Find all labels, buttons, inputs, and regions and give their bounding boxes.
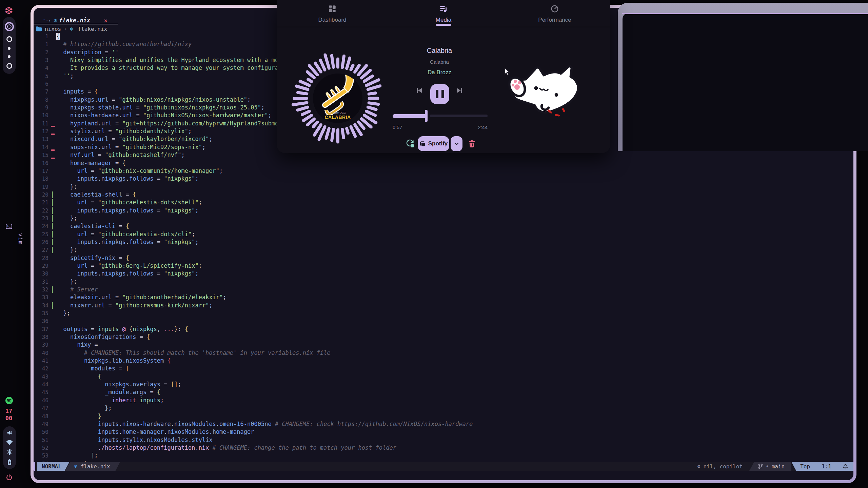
progress-handle[interactable] — [425, 110, 428, 122]
code-line[interactable]: 22 inputs.nixpkgs.follows = "nixpkgs"; — [34, 207, 853, 215]
remove-player-button[interactable] — [468, 140, 476, 149]
panel-tab-dashboard[interactable]: Dashboard — [277, 0, 388, 27]
scroll-position: Top — [800, 463, 810, 470]
line-number: 48 — [34, 412, 48, 420]
volume-icon[interactable] — [6, 430, 13, 436]
code-line[interactable]: 16 home-manager = { — [34, 159, 853, 167]
gutter-sign — [48, 40, 56, 48]
workspace-3[interactable] — [8, 47, 11, 50]
code-line[interactable]: 48 } — [34, 412, 853, 420]
progress-bar-filled[interactable] — [393, 114, 427, 118]
next-track-button[interactable] — [455, 86, 464, 96]
nix-logo-icon[interactable]: ❆ — [0, 5, 18, 17]
code-line[interactable]: 46 inherit inputs; — [34, 396, 853, 404]
power-icon[interactable] — [5, 474, 13, 481]
code-line[interactable]: 29 url = "github:Gerg-L/spicetify-nix"; — [34, 262, 853, 270]
code-line[interactable]: 30 inputs.nixpkgs.follows = "nixpkgs"; — [34, 270, 853, 278]
terminal-icon: >_ — [6, 224, 12, 229]
line-content: inputs.nixos-hardware.nixosModules.omen-… — [56, 420, 473, 428]
code-line[interactable]: 18 inputs.nixpkgs.follows = "nixpkgs"; — [34, 175, 853, 183]
bluetooth-icon[interactable] — [7, 449, 12, 455]
line-number: 16 — [34, 159, 48, 167]
code-line[interactable]: 34 nixarr.url = "github:rasmus-kirk/nixa… — [34, 302, 853, 309]
panel-tab-media[interactable]: Media — [388, 0, 499, 27]
spotify-source-button[interactable]: Spotify — [418, 136, 449, 151]
code-line[interactable]: 37 outputs = inputs @ {nixpkgs, ...}: { — [34, 325, 853, 333]
code-line[interactable]: 41 nixpkgs.lib.nixosSystem { — [34, 357, 853, 365]
gutter-sign — [48, 420, 56, 428]
player-select-icon[interactable] — [406, 139, 415, 149]
line-content: spicetify-nix = { — [56, 254, 129, 262]
code-line[interactable]: 51 inputs.stylix.nixosModules.stylix — [34, 436, 853, 444]
branch-status-dot: • — [766, 463, 769, 470]
statusline-file-segment: ❄ flake.nix — [65, 462, 120, 471]
code-line[interactable]: 44 nixpkgs.overlays = []; — [34, 381, 853, 388]
code-line[interactable]: 19 }; — [34, 183, 853, 191]
code-line[interactable]: 26 inputs.nixpkgs.follows = "nixpkgs"; — [34, 238, 853, 246]
gutter-sign — [48, 80, 56, 88]
wifi-icon[interactable] — [6, 440, 13, 445]
pause-button[interactable] — [430, 84, 449, 104]
gutter-sign — [48, 341, 56, 349]
track-info: Calabria Calabria Da Brozz — [389, 47, 490, 76]
workspace-indicator[interactable] — [3, 17, 16, 74]
tab-close-icon[interactable]: × — [104, 17, 107, 24]
line-content: inputs.nixpkgs.follows = "nixpkgs"; — [56, 270, 199, 278]
gutter-sign — [48, 302, 56, 309]
code-line[interactable]: 32 # Server — [34, 286, 853, 293]
line-number: 2 — [34, 48, 48, 56]
code-line[interactable]: 35 }; — [34, 309, 853, 317]
spotify-icon[interactable] — [5, 397, 13, 404]
workspace-2[interactable] — [6, 36, 12, 42]
code-line[interactable]: 31 }; — [34, 278, 853, 286]
active-tab-underline — [436, 24, 451, 26]
breadcrumb-file[interactable]: flake.nix — [78, 26, 107, 32]
breadcrumb-folder[interactable]: nixos — [45, 26, 61, 32]
album-art[interactable]: DA BROZZ CALABRIA — [313, 74, 362, 123]
previous-track-button[interactable] — [415, 86, 424, 96]
mouse-cursor — [504, 68, 511, 76]
code-line[interactable]: 42 modules = [ — [34, 365, 853, 372]
gutter-sign — [48, 309, 56, 317]
git-branch-segment[interactable]: • main — [749, 462, 791, 471]
code-line[interactable]: 23 }; — [34, 215, 853, 222]
line-content: inherit inputs; — [56, 396, 164, 404]
code-line[interactable]: 20 caelestia-shell = { — [34, 191, 853, 199]
code-line[interactable]: 52 ./hosts/laptop/configuration.nix # CH… — [34, 444, 853, 452]
code-line[interactable]: 45 _module.args = { — [34, 388, 853, 396]
code-line[interactable]: 38 nixosConfigurations = { — [34, 333, 853, 341]
gutter-sign — [48, 349, 56, 357]
code-line[interactable]: 21 url = "github:caelestia-dots/shell"; — [34, 199, 853, 206]
workspace-4[interactable] — [8, 55, 11, 58]
battery-icon[interactable] — [7, 459, 12, 466]
code-line[interactable]: 17 url = "github:nix-community/home-mana… — [34, 167, 853, 175]
progress-bar-track[interactable] — [430, 115, 488, 117]
player-dropdown-button[interactable] — [451, 136, 462, 151]
tab-title[interactable]: flake.nix — [59, 17, 90, 24]
tab-active-underline — [34, 24, 118, 24]
gutter-sign — [48, 48, 56, 56]
gutter-sign — [48, 333, 56, 341]
code-line[interactable]: 53 ]; — [34, 452, 853, 460]
line-content: ]; — [56, 452, 98, 460]
code-line[interactable]: 50 inputs.home-manager.nixosModules.home… — [34, 428, 853, 436]
code-line[interactable]: 27 }; — [34, 246, 853, 254]
workspace-1-active[interactable] — [5, 22, 14, 31]
visualizer-bar — [340, 54, 346, 69]
code-line[interactable]: 36 — [34, 317, 853, 325]
panel-tab-performance[interactable]: Performance — [499, 0, 610, 27]
line-number: 23 — [34, 215, 48, 222]
code-line[interactable]: 24 caelestia-cli = { — [34, 222, 853, 230]
code-line[interactable]: 25 url = "github:caelestia-dots/cli"; — [34, 230, 853, 238]
code-line[interactable]: 33 eleakxir.url = "github:anotherhadi/el… — [34, 293, 853, 301]
line-content: inputs.stylix.nixosModules.stylix — [56, 436, 213, 444]
workspace-5[interactable] — [6, 63, 12, 69]
code-line[interactable]: 49 inputs.nixos-hardware.nixosModules.om… — [34, 420, 853, 428]
line-number: 10 — [34, 111, 48, 119]
line-content: nvf.url = "github:notashelf/nvf"; — [56, 151, 185, 159]
code-line[interactable]: 39 nixy = — [34, 341, 853, 349]
code-line[interactable]: 47 }; — [34, 404, 853, 412]
code-line[interactable]: 43 { — [34, 373, 853, 381]
code-line[interactable]: 40 # CHANGEME: This should match the 'ho… — [34, 349, 853, 357]
code-line[interactable]: 28 spicetify-nix = { — [34, 254, 853, 262]
